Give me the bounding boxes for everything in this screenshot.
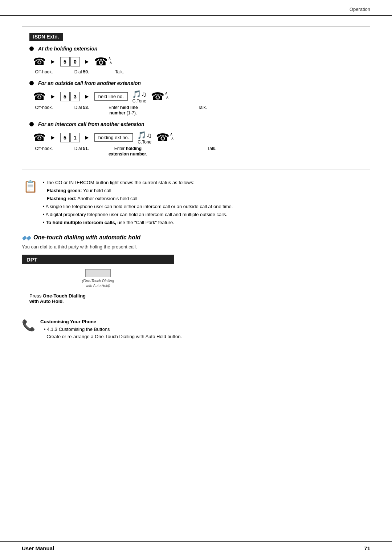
- section2-label: For an outside call from another extensi…: [29, 80, 363, 86]
- arrow2a: ►: [50, 93, 56, 100]
- dpt-content: (One-Touch Diallingwith Auto Hold) Press…: [22, 269, 174, 304]
- note-line-6: • To hold multiple intercom calls, use t…: [43, 219, 233, 227]
- label-enter-3: Enter holdingextension number.: [109, 146, 147, 157]
- one-touch-desc: You can dial to a third party with holin…: [22, 244, 370, 250]
- note-line-1: • The CO or INTERCOM button light shows …: [43, 179, 233, 187]
- arrow1a: ►: [50, 58, 56, 65]
- footer-right: 71: [364, 545, 370, 551]
- phone-base-3: ☎: [156, 131, 170, 144]
- label-enter-2: Enter held linenumber (1-7).: [109, 105, 138, 116]
- holding-ext-btn: holding ext no.: [94, 133, 133, 142]
- page-header: Operation: [0, 0, 392, 16]
- waves-1: ∧ ∧: [108, 55, 112, 65]
- label-talk-2: Talk.: [192, 105, 213, 111]
- dpt-box: DPT (One-Touch Diallingwith Auto Hold) P…: [22, 255, 174, 310]
- dpt-button-label: (One-Touch Diallingwith Auto Hold): [82, 279, 114, 288]
- section1-step-row: ☎ ► 5 0 ► ☎ ∧ ∧: [29, 55, 363, 68]
- ctone-label-3: C.Tone: [138, 139, 151, 145]
- section2-labels: Off-hook. Dial 53. Enter held linenumber…: [29, 105, 363, 116]
- phone-base-1: ☎: [94, 55, 108, 68]
- waves-2: ∧ ∧: [165, 90, 169, 100]
- isdn-title: ISDN Extn.: [29, 33, 63, 41]
- one-touch-title: One-touch dialling with automatic hold: [33, 234, 140, 241]
- waves-3: ∧ ∧: [170, 131, 174, 141]
- diamond-icon-left: ◆◆: [22, 234, 30, 241]
- label-dial-3: Dial 51.: [71, 146, 93, 152]
- ctone-group-3: 🎵♫ C.Tone: [137, 131, 152, 145]
- page-content: ISDN Extn. At the holding extension ☎ ► …: [0, 16, 392, 377]
- key-1-3: 1: [70, 133, 80, 142]
- note-line-5: • A digital proprietary telephone user c…: [43, 211, 233, 219]
- note-line-3: Flashing red: Another extension's held c…: [43, 195, 233, 203]
- label-offhook-3: Off-hook.: [33, 146, 55, 152]
- section3-step-row: ☎ ► 5 1 ► holding ext no. 🎵♫ C.Tone ☎ ∧ …: [29, 131, 363, 145]
- talk-phone-3: ☎ ∧ ∧: [156, 131, 174, 144]
- arrow2b: ►: [84, 93, 90, 100]
- dpt-title: DPT: [22, 255, 174, 264]
- key-5-2: 5: [60, 92, 70, 101]
- one-touch-header: ◆◆ One-touch dialling with automatic hol…: [22, 234, 370, 241]
- tone-icon-3: 🎵♫: [137, 131, 152, 139]
- arrow3a: ►: [50, 134, 56, 141]
- arrow3b: ►: [84, 134, 90, 141]
- offhook-phone-icon-3: ☎: [33, 131, 46, 143]
- talk-phone-2: ☎ ∧ ∧: [151, 90, 169, 103]
- custom-title: Customising Your Phone: [40, 319, 182, 324]
- note-icon: 📋: [23, 179, 38, 227]
- offhook-phone-icon-2: ☎: [33, 90, 46, 102]
- dial-51: 5 1: [60, 133, 80, 142]
- notes-section: 📋 • The CO or INTERCOM button light show…: [22, 179, 370, 227]
- page-footer: User Manual 71: [0, 541, 392, 555]
- label-offhook-2: Off-hook.: [33, 105, 55, 111]
- dpt-button-visual: [85, 269, 111, 277]
- header-label: Operation: [350, 7, 370, 12]
- key-5-3: 5: [60, 133, 70, 142]
- offhook-phone-icon-1: ☎: [33, 56, 46, 68]
- ctone-label-2: C.Tone: [132, 98, 146, 104]
- note-lines: • The CO or INTERCOM button light shows …: [43, 179, 233, 227]
- label-talk-3: Talk.: [201, 146, 223, 152]
- label-dial-2: Dial 53.: [71, 105, 93, 111]
- section1-label: At the holding extension: [29, 46, 363, 52]
- section3-label: For an intercom call from another extens…: [29, 121, 363, 127]
- section1-labels: Off-hook. Dial 50. Talk.: [29, 69, 363, 75]
- label-talk-1: Talk.: [109, 69, 130, 75]
- bullet1: [29, 46, 34, 51]
- label-ctone-3: [163, 146, 185, 152]
- label-ctone-2: [154, 105, 176, 111]
- dpt-button-area: (One-Touch Diallingwith Auto Hold): [29, 269, 167, 288]
- phone-base-2: ☎: [151, 90, 164, 103]
- key-0-1: 0: [70, 57, 80, 66]
- note-line-2: Flashing green: Your held call: [43, 187, 233, 195]
- tone-icon-2: 🎵♫: [132, 90, 147, 98]
- custom-bullet: • 4.1.3 Customising the Buttons Create o…: [44, 326, 182, 341]
- dpt-instruction: Press One-Touch Diallingwith Auto Hold.: [29, 293, 167, 304]
- dial-53: 5 3: [60, 92, 80, 101]
- dial-50: 5 0: [60, 57, 80, 66]
- talk-phone-1: ☎ ∧ ∧: [94, 55, 112, 68]
- held-line-btn: held line no.: [94, 92, 128, 101]
- label-dial-1: Dial 50.: [71, 69, 93, 75]
- label-offhook-1: Off-hook.: [33, 69, 55, 75]
- arrow1b: ►: [84, 58, 90, 65]
- customising-icon: 📞: [22, 319, 35, 341]
- key-3-2: 3: [70, 92, 80, 101]
- custom-content: Customising Your Phone • 4.1.3 Customisi…: [40, 319, 182, 341]
- footer-left: User Manual: [22, 545, 54, 551]
- key-5-1: 5: [60, 57, 70, 66]
- section3-labels: Off-hook. Dial 51. Enter holdingextensio…: [29, 146, 363, 157]
- section2-step-row: ☎ ► 5 3 ► held line no. 🎵♫ C.Tone ☎ ∧ ∧: [29, 90, 363, 104]
- bullet3: [29, 122, 34, 126]
- bullet2: [29, 81, 34, 85]
- isdn-box: ISDN Extn. At the holding extension ☎ ► …: [22, 27, 370, 170]
- note-line-4: • A single line telephone user can hold …: [43, 203, 233, 211]
- ctone-group-2: 🎵♫ C.Tone: [132, 90, 147, 104]
- customising-section: 📞 Customising Your Phone • 4.1.3 Customi…: [22, 319, 370, 341]
